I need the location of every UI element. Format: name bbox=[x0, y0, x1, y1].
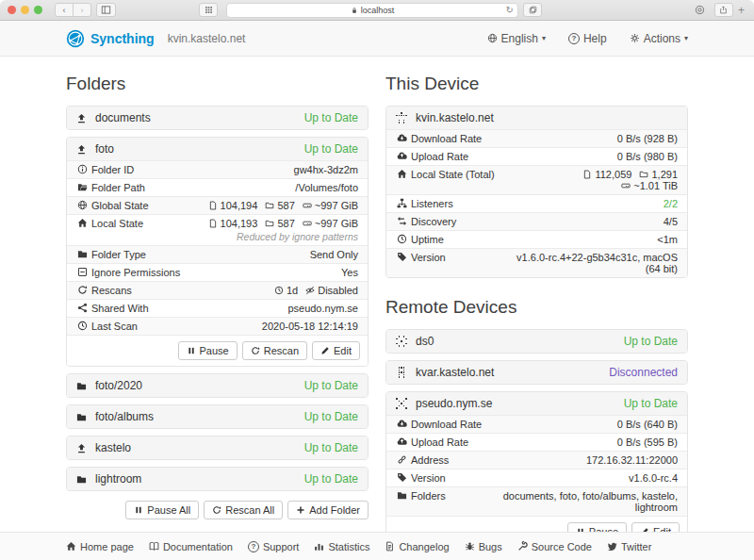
footer-link-twitter[interactable]: Twitter bbox=[607, 541, 651, 552]
table-row: Upload Rate 0 B/s (595 B) bbox=[386, 434, 687, 452]
footer-link-documentation[interactable]: Documentation bbox=[149, 541, 233, 552]
new-tab-button[interactable]: + bbox=[738, 4, 746, 17]
rescan-all-button[interactable]: Rescan All bbox=[204, 501, 283, 519]
chevron-down-icon: ▾ bbox=[542, 34, 546, 42]
close-window-button[interactable] bbox=[8, 6, 16, 14]
question-circle-icon: ? bbox=[248, 541, 259, 552]
cloud-download-icon bbox=[397, 419, 407, 429]
minimize-window-button[interactable] bbox=[21, 6, 29, 14]
home-icon bbox=[397, 169, 407, 179]
table-row: Folder ID gw4hx-3dz2m bbox=[67, 161, 368, 179]
pause-device-button[interactable]: Pause bbox=[567, 522, 627, 532]
help-menu[interactable]: ? Help bbox=[568, 32, 607, 45]
folder-row-lightroom: lightroom Up to Date bbox=[66, 467, 369, 491]
status-badge: Disconnected bbox=[609, 366, 678, 379]
pause-icon bbox=[187, 346, 196, 355]
table-row: Shared With pseudo.nym.se bbox=[67, 300, 368, 318]
syncthing-logo-icon bbox=[66, 29, 85, 48]
duplicate-tab-button[interactable] bbox=[523, 3, 542, 17]
pause-button[interactable]: Pause bbox=[178, 341, 238, 360]
folder-row-foto-2020: foto/2020 Up to Date bbox=[66, 373, 369, 398]
language-menu[interactable]: English ▾ bbox=[487, 32, 546, 45]
edit-device-button[interactable]: Edit bbox=[631, 522, 680, 532]
rescan-button[interactable]: Rescan bbox=[242, 341, 307, 360]
folder-row-foto-albums: foto/albums Up to Date bbox=[66, 404, 369, 429]
table-row: Version v1.6.0-rc.4 bbox=[386, 469, 687, 487]
directory-icon bbox=[265, 201, 274, 210]
exchange-icon bbox=[397, 216, 407, 226]
device-identicon bbox=[396, 336, 407, 347]
share-button[interactable] bbox=[714, 3, 733, 17]
footer-link-statistics[interactable]: Statistics bbox=[314, 541, 369, 552]
back-button[interactable]: ‹ bbox=[55, 3, 74, 17]
folder-icon bbox=[397, 490, 407, 501]
footer-link-changelog[interactable]: Changelog bbox=[385, 541, 449, 552]
tab-overview-button[interactable] bbox=[199, 3, 218, 17]
globe-icon bbox=[77, 200, 88, 210]
refresh-icon bbox=[77, 285, 88, 295]
send-only-folder-icon bbox=[76, 113, 87, 124]
footer-link-home[interactable]: Home page bbox=[66, 541, 134, 552]
folder-header-foto[interactable]: foto Up to Date bbox=[67, 138, 368, 160]
file-text-icon bbox=[385, 541, 395, 552]
table-row: Version v1.6.0-rc.4+22-g5b34c31c, macOS … bbox=[386, 249, 687, 278]
reload-icon[interactable]: ↻ bbox=[506, 5, 514, 15]
folders-actions: Pause All Rescan All Add Folder bbox=[66, 501, 369, 519]
bug-icon bbox=[465, 541, 475, 552]
zoom-window-button[interactable] bbox=[34, 6, 42, 14]
table-row: Folder Path /Volumes/foto bbox=[67, 179, 368, 197]
edit-button[interactable]: Edit bbox=[312, 341, 360, 360]
refresh-icon bbox=[212, 505, 221, 515]
url-text: localhost bbox=[361, 6, 395, 15]
pencil-icon bbox=[320, 346, 330, 355]
twitter-bird-icon bbox=[607, 541, 617, 552]
folder-header-foto-albums[interactable]: foto/albums Up to Date bbox=[67, 405, 368, 428]
send-only-folder-icon bbox=[76, 443, 87, 453]
table-row: Last Scan 2020-05-18 12:14:19 bbox=[67, 318, 368, 336]
device-header-ds0[interactable]: ds0 Up to Date bbox=[386, 330, 687, 353]
brand-name: Syncthing bbox=[90, 31, 155, 46]
directory-icon bbox=[639, 170, 648, 179]
lock-icon bbox=[351, 7, 358, 14]
wrench-icon bbox=[517, 541, 528, 552]
folder-detail-table: Folder ID gw4hx-3dz2m Folder Path /Volum… bbox=[67, 160, 368, 335]
pause-all-folders-button[interactable]: Pause All bbox=[125, 501, 199, 519]
share-icon bbox=[77, 303, 88, 313]
this-device-table: Download Rate 0 B/s (928 B) Upload Rate … bbox=[386, 129, 687, 277]
table-row: Local State (Total) 112,059 1,291 ~1.01 … bbox=[386, 166, 687, 195]
ignore-patterns-note: Reduced by ignore patterns bbox=[200, 231, 358, 242]
device-name-label: kvin.kastelo.net bbox=[168, 32, 465, 45]
link-icon bbox=[397, 454, 407, 465]
folder-icon bbox=[76, 474, 87, 485]
address-bar[interactable]: localhost ↻ bbox=[226, 3, 518, 18]
table-row: Download Rate 0 B/s (928 B) bbox=[386, 130, 687, 148]
table-row: Address 172.16.32.11:22000 bbox=[386, 452, 687, 469]
privacy-report-button[interactable] bbox=[690, 3, 710, 17]
forward-button[interactable]: › bbox=[73, 3, 91, 17]
send-only-folder-icon bbox=[76, 144, 87, 155]
folder-header-lightroom[interactable]: lightroom Up to Date bbox=[67, 468, 368, 490]
syncthing-brand[interactable]: Syncthing bbox=[66, 29, 155, 48]
tag-icon bbox=[397, 472, 407, 483]
sidebar-toggle-button[interactable] bbox=[96, 3, 116, 17]
table-row: Ignore Permissions Yes bbox=[67, 264, 368, 282]
folder-header-kastelo[interactable]: kastelo Up to Date bbox=[67, 436, 368, 459]
status-badge: Up to Date bbox=[304, 111, 358, 124]
file-icon bbox=[582, 170, 592, 179]
actions-menu[interactable]: Actions ▾ bbox=[630, 32, 688, 45]
footer-link-support[interactable]: ?Support bbox=[248, 541, 300, 552]
footer-link-source-code[interactable]: Source Code bbox=[517, 541, 592, 552]
tag-icon bbox=[397, 252, 407, 262]
device-header-kvar[interactable]: kvar.kastelo.net Disconnected bbox=[386, 361, 687, 384]
question-circle-icon: ? bbox=[568, 33, 580, 44]
device-header-pseudo[interactable]: pseudo.nym.se Up to Date bbox=[386, 392, 687, 415]
this-device-header[interactable]: kvin.kastelo.net bbox=[386, 107, 687, 129]
home-icon bbox=[66, 541, 76, 552]
add-folder-button[interactable]: Add Folder bbox=[287, 501, 369, 519]
device-identicon bbox=[396, 398, 407, 409]
footer-link-bugs[interactable]: Bugs bbox=[465, 541, 502, 552]
directory-icon bbox=[265, 219, 274, 228]
folder-header-foto-2020[interactable]: foto/2020 Up to Date bbox=[67, 374, 368, 397]
folder-header-documents[interactable]: documents Up to Date bbox=[67, 107, 368, 129]
hdd-icon bbox=[621, 181, 631, 190]
